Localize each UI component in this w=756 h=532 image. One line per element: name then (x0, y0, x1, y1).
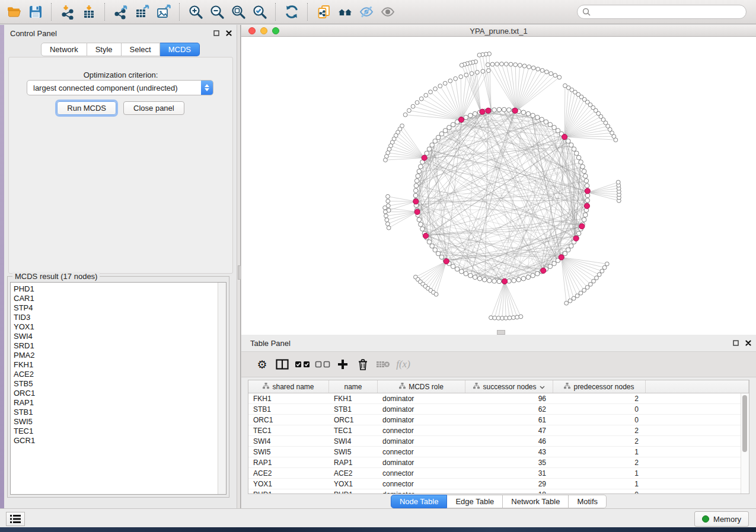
close-panel-button[interactable]: Close panel (123, 101, 184, 115)
tab-mcds[interactable]: MCDS (160, 43, 200, 56)
cell-shared-name: PHD1 (248, 489, 329, 494)
table-panel: Table Panel ⚙ f(x) shared namenameMCDS r… (241, 335, 756, 508)
table-row[interactable]: YOX1YOX1connector291 (248, 479, 749, 489)
network-canvas[interactable] (241, 37, 756, 335)
memory-button[interactable]: Memory (694, 511, 749, 527)
mcds-result-title: MCDS result (17 nodes) (12, 272, 100, 281)
selected-criterion: largest connected component (undirected) (27, 84, 201, 92)
column-header-successor-nodes[interactable]: successor nodes (465, 380, 553, 393)
mcds-result-item[interactable]: ACE2 (14, 370, 218, 379)
mcds-result-item[interactable]: FKH1 (14, 360, 218, 370)
tab-network-table[interactable]: Network Table (503, 495, 569, 508)
cell-mcds-role: connector (378, 425, 465, 435)
float-table-panel-icon[interactable] (731, 338, 740, 347)
select-all-rows-icon[interactable] (292, 355, 312, 374)
tab-select[interactable]: Select (122, 43, 160, 56)
table-scrollbar-thumb[interactable] (742, 395, 747, 452)
mcds-result-item[interactable]: TID3 (14, 313, 218, 322)
mcds-result-item[interactable]: YOX1 (14, 322, 218, 332)
mcds-result-item[interactable]: STB5 (14, 379, 218, 389)
mcds-list-scrollbar[interactable] (218, 283, 226, 494)
table-row[interactable]: ACE2ACE2connector311 (248, 468, 749, 479)
table-settings-icon[interactable]: ⚙ (252, 355, 272, 374)
table-row[interactable]: ORC1ORC1dominator610 (248, 415, 749, 425)
zoom-in-icon[interactable] (185, 2, 206, 22)
node-table: shared namenameMCDS rolesuccessor nodesp… (248, 380, 749, 494)
cell-shared-name: STB1 (248, 404, 329, 414)
cell-mcds-role: connector (378, 479, 465, 489)
zoom-selected-icon[interactable] (249, 2, 270, 22)
delete-table-icon[interactable] (373, 355, 393, 374)
control-panel-tabs: NetworkStyleSelectMCDS (4, 43, 237, 56)
tab-style[interactable]: Style (87, 43, 122, 56)
column-header-name[interactable]: name (329, 380, 378, 393)
mcds-result-list[interactable]: PHD1CAR1STP4TID3YOX1SWI4SRD1PMA2FKH1ACE2… (10, 282, 227, 495)
table-row[interactable]: SWI5SWI5connector431 (248, 447, 749, 457)
column-header-predecessor-nodes[interactable]: predecessor nodes (553, 380, 646, 393)
column-header-MCDS-role[interactable]: MCDS role (378, 380, 465, 393)
mcds-result-item[interactable]: CAR1 (14, 294, 218, 303)
table-row[interactable]: RAP1RAP1dominator352 (248, 457, 749, 468)
cell-name: SWI4 (329, 436, 378, 446)
table-row[interactable]: FKH1FKH1dominator962 (248, 393, 749, 404)
mcds-panel: Optimization criterion: largest connecte… (8, 57, 233, 274)
vertical-splitter[interactable] (237, 25, 241, 508)
table-scrollbar[interactable] (741, 393, 749, 493)
network-window-titlebar[interactable]: YPA_prune.txt_1 (241, 25, 756, 37)
cell-successor-nodes: 61 (465, 415, 553, 425)
mcds-result-item[interactable]: RAP1 (14, 398, 218, 408)
cell-mcds-role: dominator (378, 457, 465, 467)
save-icon[interactable] (25, 2, 46, 22)
cell-successor-nodes: 29 (465, 479, 553, 489)
tab-motifs[interactable]: Motifs (569, 495, 607, 508)
close-panel-icon[interactable] (224, 28, 233, 37)
search-input[interactable] (594, 7, 741, 17)
column-header-shared-name[interactable]: shared name (248, 380, 329, 393)
table-row[interactable]: STB1STB1dominator620 (248, 404, 749, 415)
refresh-icon[interactable] (281, 2, 302, 22)
mcds-result-item[interactable]: SRD1 (14, 341, 218, 351)
tab-node-table[interactable]: Node Table (391, 495, 448, 508)
mcds-result-item[interactable]: GCR1 (14, 436, 218, 446)
run-mcds-button[interactable]: Run MCDS (57, 101, 116, 115)
first-neighbors-icon[interactable] (334, 2, 356, 22)
close-table-panel-icon[interactable] (744, 338, 752, 347)
mcds-result-item[interactable]: ORC1 (14, 389, 218, 398)
float-panel-icon[interactable] (212, 28, 221, 37)
tab-edge-table[interactable]: Edge Table (447, 495, 503, 508)
desktop-edge-left (0, 25, 4, 508)
export-table-icon[interactable] (132, 2, 153, 22)
tab-network[interactable]: Network (41, 43, 87, 56)
mcds-result-item[interactable]: PHD1 (14, 284, 218, 294)
zoom-fit-icon[interactable] (228, 2, 249, 22)
zoom-out-icon[interactable] (206, 2, 228, 22)
horizontal-splitter-handle[interactable] (497, 330, 505, 335)
mcds-result-item[interactable]: STB1 (14, 408, 218, 417)
column-layout-icon[interactable] (272, 355, 292, 374)
mcds-result-item[interactable]: SWI5 (14, 417, 218, 427)
import-table-icon[interactable] (78, 2, 100, 22)
mcds-result-item[interactable]: STP4 (14, 303, 218, 313)
table-row[interactable]: PHD1PHD1dominator180 (248, 489, 749, 494)
deselect-all-rows-icon[interactable] (312, 355, 333, 374)
add-column-icon[interactable] (333, 355, 353, 374)
clone-network-icon[interactable] (313, 2, 334, 22)
toolbar-separator (104, 3, 106, 21)
mcds-result-item[interactable]: SWI4 (14, 332, 218, 341)
table-row[interactable]: TEC1TEC1connector472 (248, 425, 749, 436)
function-builder-icon[interactable]: f(x) (393, 355, 413, 374)
mcds-result-item[interactable]: PMA2 (14, 351, 218, 360)
open-folder-icon[interactable] (4, 2, 25, 22)
task-history-button[interactable] (6, 512, 25, 526)
sort-desc-icon (540, 383, 545, 391)
show-all-icon[interactable] (377, 2, 398, 22)
import-network-icon[interactable] (57, 2, 78, 22)
export-network-icon[interactable] (110, 2, 132, 22)
mcds-result-item[interactable]: TEC1 (14, 427, 218, 436)
optimization-criterion-select[interactable]: largest connected component (undirected) (27, 80, 213, 95)
delete-column-icon[interactable] (353, 355, 373, 374)
export-image-icon[interactable] (153, 2, 174, 22)
table-row[interactable]: SWI4SWI4dominator462 (248, 436, 749, 447)
hide-selected-icon[interactable] (356, 2, 377, 22)
search-box[interactable] (577, 5, 747, 19)
